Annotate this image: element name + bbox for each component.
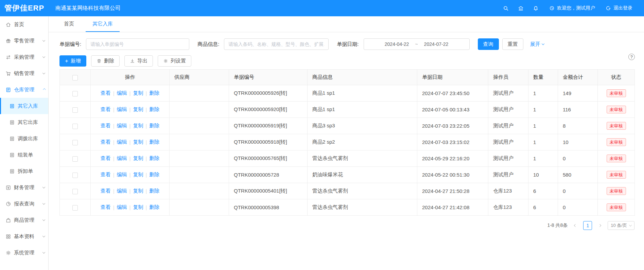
action-divider: | — [129, 204, 131, 210]
row-action-edit[interactable]: 编辑 — [117, 155, 127, 162]
sidebar-item-warehouse[interactable]: 仓库管理 — [0, 82, 48, 98]
row-action-view[interactable]: 查看 — [101, 204, 111, 211]
sidebar-item-purchase[interactable]: 采购管理 — [0, 49, 48, 65]
row-action-copy[interactable]: 复制 — [133, 106, 143, 113]
row-action-copy[interactable]: 复制 — [133, 188, 143, 194]
page-size-select[interactable]: 10 条/页 — [608, 221, 634, 230]
row-action-view[interactable]: 查看 — [101, 90, 111, 96]
row-action-edit[interactable]: 编辑 — [117, 139, 127, 145]
sidebar-item-label: 仓库管理 — [14, 87, 43, 93]
row-qty: 1 — [528, 102, 558, 118]
sidebar-item-sales[interactable]: 销售管理 — [0, 65, 48, 82]
expand-link[interactable]: 展开 — [530, 41, 544, 48]
row-action-copy[interactable]: 复制 — [133, 204, 143, 211]
reset-button[interactable]: 重置 — [502, 38, 523, 50]
row-checkbox[interactable] — [72, 173, 78, 178]
next-page-button[interactable] — [595, 221, 604, 230]
sidebar-item-other-inbound[interactable]: 其它入库 — [0, 98, 48, 114]
row-action-edit[interactable]: 编辑 — [117, 172, 127, 178]
help-icon[interactable]: ? — [628, 54, 635, 60]
doc-icon — [9, 136, 15, 142]
delete-button[interactable]: 删除 — [91, 55, 120, 67]
col-header-qty: 数量 — [528, 70, 558, 85]
sidebar-item-product[interactable]: 商品管理 — [0, 212, 48, 228]
row-action-edit[interactable]: 编辑 — [117, 123, 127, 129]
row-action-view[interactable]: 查看 — [101, 123, 111, 129]
row-checkbox[interactable] — [72, 205, 78, 211]
row-action-view[interactable]: 查看 — [101, 172, 111, 178]
row-amount: 10 — [558, 134, 598, 150]
row-action-delete[interactable]: 删除 — [149, 139, 159, 145]
row-action-copy[interactable]: 复制 — [133, 90, 143, 96]
action-divider: | — [145, 123, 147, 129]
row-action-view[interactable]: 查看 — [101, 188, 111, 194]
row-action-edit[interactable]: 编辑 — [117, 106, 127, 113]
sidebar-item-label: 其它入库 — [18, 103, 45, 109]
row-action-copy[interactable]: 复制 — [133, 123, 143, 129]
row-action-delete[interactable]: 删除 — [149, 155, 159, 162]
doc-no-input[interactable] — [86, 38, 189, 50]
chevron-down-icon — [42, 202, 45, 204]
status-badge: 未审核 — [607, 106, 626, 114]
topbar-actions: 欢迎您，测试用户 退出登录 — [503, 5, 644, 11]
row-action-view[interactable]: 查看 — [101, 155, 111, 162]
search-button[interactable]: 查询 — [478, 38, 499, 50]
row-checkbox[interactable] — [72, 189, 78, 194]
bank-icon[interactable] — [518, 5, 524, 11]
col-header-product: 商品信息 — [308, 70, 417, 85]
tab-home[interactable]: 首页 — [57, 16, 81, 32]
select-all-checkbox[interactable] — [72, 75, 78, 80]
row-action-copy[interactable]: 复制 — [133, 155, 143, 162]
sidebar-item-disassembly[interactable]: 拆卸单 — [0, 163, 48, 179]
row-action-edit[interactable]: 编辑 — [117, 204, 127, 211]
sidebar-item-basic[interactable]: 基本资料 — [0, 228, 48, 245]
row-checkbox[interactable] — [72, 91, 78, 96]
row-checkbox[interactable] — [72, 124, 78, 129]
row-product: 商品2 sp2 — [308, 134, 417, 150]
row-action-view[interactable]: 查看 — [101, 139, 111, 145]
column-settings-button[interactable]: 列设置 — [158, 55, 191, 67]
row-action-copy[interactable]: 复制 — [133, 139, 143, 145]
row-action-delete[interactable]: 删除 — [149, 188, 159, 194]
sidebar-item-retail[interactable]: 零售管理 — [0, 33, 48, 49]
tab-other-inbound[interactable]: 其它入库 — [86, 16, 120, 32]
row-action-delete[interactable]: 删除 — [149, 204, 159, 211]
sidebar-item-other-outbound[interactable]: 其它出库 — [0, 114, 48, 130]
action-divider: | — [145, 90, 147, 96]
row-action-delete[interactable]: 删除 — [149, 90, 159, 96]
row-checkbox[interactable] — [72, 156, 78, 162]
prev-page-button[interactable] — [571, 221, 580, 230]
row-checkbox[interactable] — [72, 140, 78, 145]
add-button[interactable]: + 新增 — [59, 55, 86, 67]
search-icon[interactable] — [503, 5, 509, 11]
row-action-edit[interactable]: 编辑 — [117, 188, 127, 194]
row-date: 2024-04-27 21:42:08 — [417, 199, 488, 216]
action-divider: | — [145, 188, 147, 194]
row-product: 商品1 sp1 — [308, 102, 417, 118]
sidebar-item-transfer-outbound[interactable]: 调拨出库 — [0, 130, 48, 147]
welcome-user[interactable]: 欢迎您，测试用户 — [549, 5, 595, 11]
sidebar-item-finance[interactable]: 财务管理 — [0, 179, 48, 196]
date-range-input[interactable]: 2024-04-22 ~ 2024-07-22 — [364, 38, 470, 50]
bell-icon[interactable] — [533, 5, 539, 11]
export-button[interactable]: 导出 — [124, 55, 153, 67]
filter-row: 单据编号: 商品信息: 单据日期: 2024-04-22 ~ 2024-07-2… — [59, 38, 635, 50]
sidebar-item-home[interactable]: 首页 — [0, 16, 48, 33]
row-checkbox[interactable] — [72, 107, 78, 113]
logout-button[interactable]: 退出登录 — [605, 5, 632, 11]
status-badge: 未审核 — [607, 171, 626, 179]
row-action-delete[interactable]: 删除 — [149, 172, 159, 178]
row-action-view[interactable]: 查看 — [101, 106, 111, 113]
grid-icon — [5, 234, 11, 239]
sidebar-item-report[interactable]: 报表查询 — [0, 196, 48, 212]
page-1-button[interactable]: 1 — [583, 221, 592, 230]
row-action-delete[interactable]: 删除 — [149, 123, 159, 129]
sidebar-item-system[interactable]: 系统管理 — [0, 245, 48, 261]
action-divider: | — [113, 172, 115, 178]
row-action-delete[interactable]: 删除 — [149, 106, 159, 113]
row-supplier — [170, 150, 229, 167]
sidebar-item-assembly[interactable]: 组装单 — [0, 147, 48, 163]
product-info-input[interactable] — [224, 38, 329, 50]
row-action-edit[interactable]: 编辑 — [117, 90, 127, 96]
row-action-copy[interactable]: 复制 — [133, 172, 143, 178]
